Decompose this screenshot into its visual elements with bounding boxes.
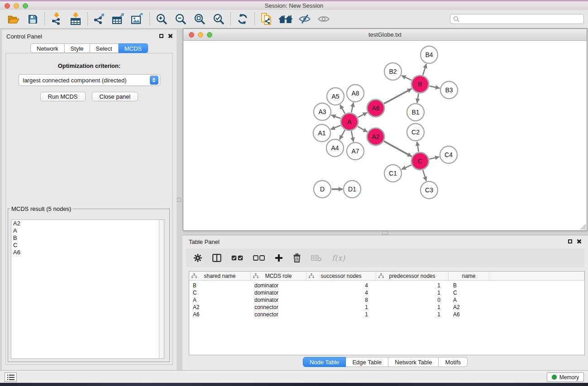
optimization-criterion-select[interactable]: largest connected component (directed): [19, 74, 160, 86]
graph-edge-A-A6[interactable]: [358, 113, 368, 118]
add-row-button[interactable]: [275, 254, 283, 262]
graph-edge-A2-C[interactable]: [384, 141, 411, 157]
graph-edge-C-C1[interactable]: [402, 165, 411, 170]
table-cell[interactable]: 4: [306, 282, 376, 289]
table-row[interactable]: Bdominator41B: [189, 282, 584, 289]
tab-style[interactable]: Style: [65, 43, 90, 53]
graph-edge-A-A2[interactable]: [358, 126, 367, 132]
table-cell[interactable]: B: [449, 282, 489, 289]
graph-edge-A-A4[interactable]: [339, 130, 345, 139]
table-cell[interactable]: C: [449, 290, 489, 296]
export-image-button[interactable]: [128, 11, 147, 27]
search-field[interactable]: [450, 14, 584, 24]
table-row[interactable]: Adominator80A: [189, 296, 584, 304]
export-network-button[interactable]: [90, 11, 109, 27]
import-network-button[interactable]: [47, 11, 66, 27]
resize-grip-icon[interactable]: [580, 224, 586, 230]
close-panel-button[interactable]: [168, 33, 173, 38]
table-cell[interactable]: 8: [306, 297, 376, 303]
table-cell[interactable]: 1: [306, 304, 376, 310]
column-header[interactable]: name: [449, 272, 489, 280]
save-session-button[interactable]: [23, 11, 42, 27]
network-window-titlebar[interactable]: testGlobe.txt: [183, 29, 587, 41]
table-row[interactable]: Cdominator41C: [189, 289, 584, 296]
table-cell[interactable]: dominator: [251, 282, 306, 289]
refresh-button[interactable]: [233, 11, 252, 27]
mcds-result-item[interactable]: C: [11, 242, 164, 249]
table-cell[interactable]: 0: [376, 297, 449, 303]
tab-network[interactable]: Network: [30, 43, 65, 53]
column-header[interactable]: shared name: [189, 272, 251, 280]
graph-edge-A-A7[interactable]: [351, 131, 354, 142]
show-all-button[interactable]: [314, 11, 333, 27]
table-cell[interactable]: 1: [376, 304, 449, 310]
table-cell[interactable]: A6: [449, 311, 489, 318]
table-cell[interactable]: dominator: [251, 297, 306, 303]
tab-edge-table[interactable]: Edge Table: [346, 357, 388, 367]
close-panel-button-cp[interactable]: Close panel: [92, 92, 139, 101]
table-cell[interactable]: A: [449, 297, 489, 303]
table-cell[interactable]: A2: [449, 304, 489, 310]
memory-button[interactable]: Memory: [547, 372, 584, 382]
table-cell[interactable]: 4: [306, 290, 376, 296]
tab-mcds[interactable]: MCDS: [119, 43, 148, 53]
new-network-from-selection-button[interactable]: [257, 11, 276, 27]
column-header[interactable]: MCDS role: [251, 272, 306, 280]
graph-edge-A6-B[interactable]: [384, 89, 411, 104]
table-cell[interactable]: A6: [189, 311, 251, 318]
graph-edge-B-B4[interactable]: [423, 64, 426, 75]
table-cell[interactable]: 1: [376, 290, 449, 296]
graph-edge-A-A8[interactable]: [351, 103, 354, 113]
column-header[interactable]: successor nodes: [306, 272, 376, 280]
import-table-button[interactable]: [66, 11, 85, 27]
float-table-panel-button[interactable]: [568, 239, 572, 243]
vertical-split-handle[interactable]: [177, 198, 181, 202]
zoom-fit-button[interactable]: [190, 11, 209, 27]
zoom-out-button[interactable]: [171, 11, 190, 27]
table-cell[interactable]: 1: [306, 311, 376, 318]
deselect-all-button[interactable]: [253, 255, 265, 261]
tab-select[interactable]: Select: [90, 43, 119, 53]
graph-edge-C-C2[interactable]: [417, 142, 419, 152]
graph-edge-C-C4[interactable]: [429, 157, 439, 159]
column-header[interactable]: predecessor nodes: [376, 272, 449, 280]
zoom-in-button[interactable]: [152, 11, 171, 27]
table-cell[interactable]: dominator: [251, 290, 306, 296]
graph-edge-B-B1[interactable]: [417, 94, 418, 103]
mcds-list-scrollbar[interactable]: [159, 220, 164, 358]
first-neighbors-button[interactable]: [276, 11, 295, 27]
network-canvas[interactable]: B4B2BB3A8A5A6A3B1AC2A1A2A4A7C4CC1C3DD1: [183, 41, 587, 230]
tab-node-table[interactable]: Node Table: [303, 357, 346, 367]
delete-rows-button[interactable]: [293, 253, 301, 262]
horizontal-split-handle[interactable]: [382, 231, 388, 235]
select-all-button[interactable]: [231, 255, 243, 261]
table-cell[interactable]: C: [189, 290, 251, 296]
table-cell[interactable]: connector: [251, 304, 306, 310]
table-cell[interactable]: 1: [376, 282, 449, 289]
table-cell[interactable]: A2: [189, 304, 251, 310]
table-cell[interactable]: B: [189, 282, 251, 289]
mcds-result-item[interactable]: B: [11, 234, 164, 242]
table-row[interactable]: A6connector11A6: [189, 311, 584, 318]
search-input[interactable]: [461, 15, 583, 23]
mcds-result-item[interactable]: A: [11, 227, 164, 234]
table-cell[interactable]: connector: [251, 311, 306, 318]
float-panel-button[interactable]: [159, 34, 163, 38]
graph-edge-C-C3[interactable]: [423, 170, 426, 181]
table-row[interactable]: A2connector11A2: [189, 304, 584, 311]
show-columns-button[interactable]: [212, 254, 221, 262]
show-panels-button[interactable]: [5, 372, 17, 382]
table-cell[interactable]: 1: [376, 311, 449, 318]
hide-selected-button[interactable]: [295, 11, 314, 27]
graph-edge-A-A1[interactable]: [330, 125, 340, 129]
table-cell[interactable]: A: [189, 297, 251, 303]
open-session-button[interactable]: [4, 11, 23, 27]
tab-network-table[interactable]: Network Table: [388, 357, 439, 367]
graph-edge-A-A3[interactable]: [331, 115, 341, 119]
run-mcds-button[interactable]: Run MCDS: [40, 92, 86, 101]
export-table-button[interactable]: [109, 11, 128, 27]
mcds-result-item[interactable]: A6: [11, 249, 164, 256]
table-settings-button[interactable]: [193, 253, 202, 262]
close-table-panel-button[interactable]: [577, 239, 582, 244]
tab-motifs[interactable]: Motifs: [439, 357, 468, 367]
